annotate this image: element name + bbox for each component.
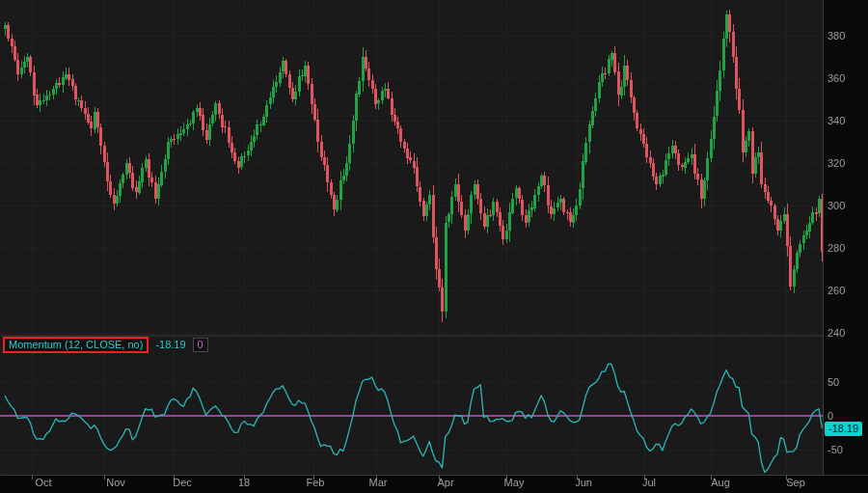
time-axis[interactable] <box>0 475 868 493</box>
month-label: 18 <box>238 478 250 488</box>
month-label: Feb <box>307 478 325 488</box>
price-tick-label: 380 <box>827 31 845 41</box>
month-label: Apr <box>437 478 453 488</box>
price-tick-label: 260 <box>827 286 845 296</box>
month-label: Jul <box>642 478 656 488</box>
month-label: Jun <box>575 478 592 488</box>
momentum-indicator-label[interactable]: Momentum (12, CLOSE, no) <box>3 337 149 353</box>
month-label: Sep <box>786 478 805 488</box>
momentum-zero-label: 0 <box>193 338 208 352</box>
price-tick-label: 340 <box>827 116 845 126</box>
momentum-indicator-value: -18.19 <box>155 339 185 351</box>
month-label: May <box>504 478 525 488</box>
chart-window: Momentum (12, CLOSE, no) -18.19 0 -18.19… <box>0 0 868 493</box>
month-label: Dec <box>173 478 192 488</box>
momentum-tick-label: -50 <box>827 445 843 455</box>
price-tick-label: 360 <box>827 73 845 84</box>
chart-canvas[interactable] <box>0 0 868 493</box>
month-label: Mar <box>369 478 388 488</box>
month-label: Nov <box>106 478 125 488</box>
month-label: Oct <box>35 478 51 488</box>
momentum-tick-label: 50 <box>827 377 839 388</box>
price-tick-label: 320 <box>827 158 845 169</box>
price-tick-label: 300 <box>827 201 845 211</box>
momentum-value-badge: -18.19 <box>825 422 862 436</box>
indicator-row: Momentum (12, CLOSE, no) -18.19 0 <box>3 337 208 353</box>
price-tick-label: 280 <box>827 243 845 254</box>
momentum-tick-label: 0 <box>827 411 833 422</box>
price-tick-label: 240 <box>827 328 845 339</box>
month-label: Aug <box>711 478 730 488</box>
